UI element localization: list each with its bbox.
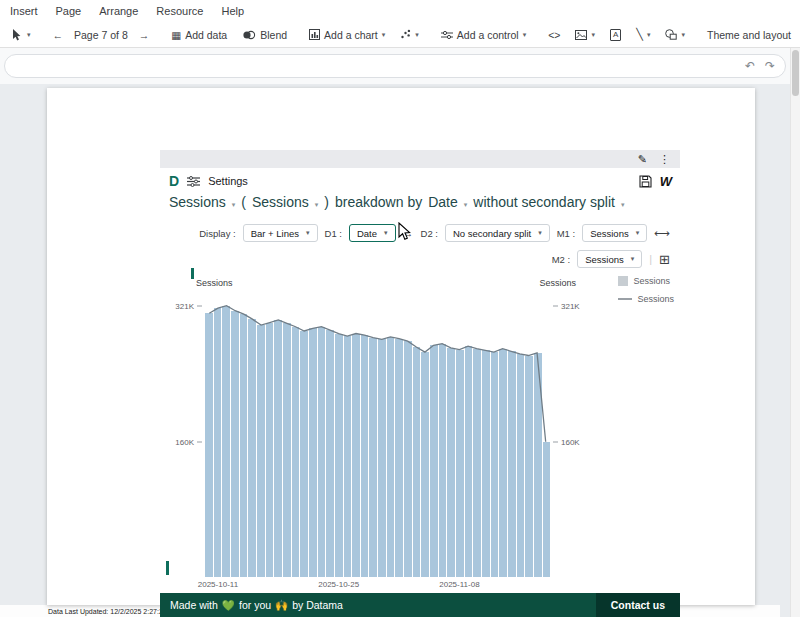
page-indicator[interactable]: Page 7 of 8 (74, 29, 128, 41)
display-label: Display : (199, 228, 235, 239)
y-tick-label: 160K (553, 437, 580, 446)
legend-item-bar[interactable]: Sessions (618, 276, 674, 286)
chevron-down-icon: ▾ (636, 229, 640, 237)
vertical-scrollbar[interactable] (790, 48, 800, 617)
m2-select[interactable]: Sessions ▾ (577, 250, 642, 268)
menu-page[interactable]: Page (56, 5, 82, 17)
more-options-icon[interactable]: ⋮ (659, 154, 670, 165)
chevron-down-icon: ▾ (232, 201, 236, 209)
widget-grabber[interactable]: ✎ ⋮ (160, 150, 680, 168)
line-chart-layer (205, 298, 550, 577)
image-icon (575, 30, 587, 40)
resize-handle[interactable] (191, 268, 194, 279)
chart-widget[interactable]: ✎ ⋮ D Settings W Sessions ▾ ( S (160, 150, 680, 617)
title-metric1-dropdown[interactable]: Sessions (169, 194, 226, 210)
divider: | (649, 253, 652, 265)
d2-select[interactable]: No secondary split ▾ (445, 224, 550, 242)
redo-icon[interactable]: ↷ (765, 59, 775, 73)
settings-label: Settings (208, 175, 248, 187)
menu-bar: Insert Page Arrange Resource Help (0, 0, 800, 22)
next-page-button[interactable]: → (135, 27, 154, 43)
prev-page-button[interactable]: ← (49, 27, 68, 43)
m1-label: M1 : (557, 228, 575, 239)
widget-footer: Made with 💚 for you 🙌 by Datama Contact … (160, 593, 680, 617)
chevron-down-icon: ▾ (681, 31, 685, 39)
m2-value: Sessions (585, 254, 624, 265)
x-tick-label: 2025-10-25 (318, 580, 359, 589)
x-axis-labels: 2025-10-112025-10-252025-11-08 (205, 577, 550, 593)
legend-line-icon (618, 298, 632, 300)
add-data-button[interactable]: ▦ Add data (167, 27, 231, 43)
chevron-down-icon: ▾ (306, 229, 310, 237)
chart-area[interactable]: Sessions Sessions Sessions Sessions (160, 272, 680, 577)
shape-button[interactable]: ▾ (661, 27, 689, 42)
d2-value: No secondary split (453, 228, 531, 239)
widget-title: Sessions ▾ ( Sessions ▾ ) breakdown by D… (160, 194, 680, 220)
d1-label: D1 : (325, 228, 342, 239)
blend-icon (242, 30, 256, 40)
d1-select[interactable]: Date ▾ (349, 224, 396, 242)
chart-type-quick-button[interactable]: ▾ (396, 27, 423, 42)
shape-icon (665, 29, 677, 40)
scrollbar-thumb[interactable] (792, 50, 799, 96)
x-tick-label: 2025-10-11 (198, 580, 238, 589)
d1-value: Date (357, 228, 377, 239)
title-split-dropdown[interactable]: without secondary split (473, 194, 615, 210)
x-tick-label: 2025-11-08 (439, 580, 479, 589)
m2-label: M2 : (552, 254, 570, 265)
table-view-icon[interactable]: ⊞ (659, 253, 670, 266)
filter-bar[interactable]: ↶ ↷ (4, 54, 786, 78)
menu-resource[interactable]: Resource (156, 5, 203, 17)
select-tool-button[interactable]: ▾ (8, 27, 35, 43)
menu-arrange[interactable]: Arrange (99, 5, 138, 17)
swap-metrics-icon[interactable]: ⟷ (654, 227, 670, 240)
display-select[interactable]: Bar + Lines ▾ (243, 224, 318, 242)
hands-icon: 🙌 (275, 599, 288, 612)
line-button[interactable]: ╲ ▾ (632, 26, 654, 43)
m1-select[interactable]: Sessions ▾ (582, 224, 647, 242)
add-control-button[interactable]: Add a control ▾ (437, 27, 530, 43)
report-page[interactable]: ✎ ⋮ D Settings W Sessions ▾ ( S (47, 88, 755, 605)
properties-strip: ↶ ↷ (0, 48, 800, 84)
menu-help[interactable]: Help (221, 5, 244, 17)
chevron-down-icon: ▾ (647, 31, 651, 39)
d2-label: D2 : (421, 228, 438, 239)
legend-label: Sessions (637, 294, 674, 304)
text-icon: A (610, 29, 621, 41)
undo-icon[interactable]: ↶ (745, 59, 755, 73)
footer-text: Made with (170, 599, 218, 611)
edit-pencil-icon[interactable]: ✎ (638, 154, 647, 165)
right-axis-title: Sessions (539, 278, 576, 288)
add-data-icon: ▦ (171, 29, 181, 41)
mouse-cursor (398, 222, 412, 241)
chevron-down-icon: ▾ (631, 255, 635, 263)
text-button[interactable]: A (606, 27, 625, 43)
plot-area[interactable]: 321K321K160K160K (205, 298, 550, 577)
embed-code-button[interactable]: <> (544, 27, 564, 43)
image-button[interactable]: ▾ (571, 28, 599, 42)
y-tick-label: 321K (175, 301, 202, 310)
controls-row-2: M2 : Sessions ▾ | ⊞ (160, 246, 680, 272)
settings-sliders-icon[interactable] (187, 176, 200, 187)
theme-layout-button[interactable]: Theme and layout (703, 27, 795, 43)
legend-item-line[interactable]: Sessions (618, 294, 674, 304)
chevron-down-icon: ▾ (538, 229, 542, 237)
toolbar: ▾ ← Page 7 of 8 → ▦ Add data Blend Add a… (0, 22, 800, 48)
widget-header: D Settings W (160, 168, 680, 194)
chevron-down-icon: ▾ (27, 31, 31, 39)
display-value: Bar + Lines (251, 228, 299, 239)
chevron-down-icon: ▾ (621, 201, 625, 209)
resize-handle[interactable] (166, 561, 169, 575)
contact-us-button[interactable]: Contact us (596, 593, 680, 617)
title-metric2-dropdown[interactable]: Sessions (252, 194, 309, 210)
add-chart-button[interactable]: Add a chart ▾ (305, 27, 389, 43)
screen: Insert Page Arrange Resource Help ▾ ← Pa… (0, 0, 800, 617)
chevron-down-icon: ▾ (464, 201, 468, 209)
menu-insert[interactable]: Insert (10, 5, 38, 17)
title-dimension-dropdown[interactable]: Date (428, 194, 458, 210)
blend-button[interactable]: Blend (238, 27, 291, 43)
cursor-tool-icon (12, 29, 23, 41)
add-chart-label: Add a chart (324, 29, 378, 41)
chevron-down-icon: ▾ (382, 31, 386, 39)
save-icon[interactable] (639, 175, 652, 188)
